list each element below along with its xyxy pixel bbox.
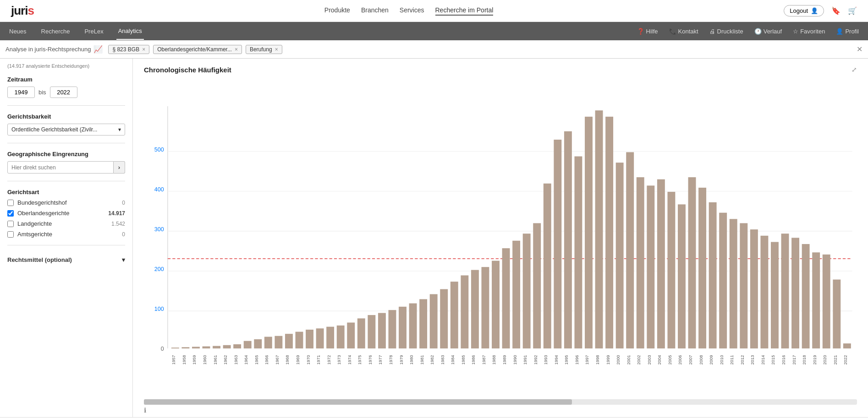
bar-1990[interactable] [512, 241, 520, 348]
bar-1997[interactable] [585, 117, 593, 348]
sec-nav-analytics[interactable]: Analytics [116, 23, 144, 40]
bar-1960[interactable] [203, 347, 210, 349]
bar-1992[interactable] [533, 223, 541, 348]
bar-1987[interactable] [481, 267, 489, 348]
bar-1971[interactable] [316, 328, 324, 348]
bar-1978[interactable] [389, 310, 396, 348]
bar-1983[interactable] [440, 289, 448, 349]
bar-1957[interactable] [171, 347, 179, 348]
bar-1973[interactable] [337, 326, 345, 348]
bar-1995[interactable] [564, 131, 572, 348]
bar-2008[interactable] [698, 188, 706, 348]
bottom-scrollbar[interactable] [144, 399, 857, 405]
rechtsmittel-header[interactable]: Rechtsmittel (optional) ▾ [7, 253, 125, 267]
bar-1966[interactable] [264, 337, 272, 349]
sec-nav-recherche[interactable]: Recherche [39, 23, 72, 39]
bar-2001[interactable] [626, 152, 634, 348]
bar-2021[interactable] [833, 280, 841, 349]
bar-1977[interactable] [378, 313, 386, 349]
remove-tag-berufung[interactable]: × [275, 46, 278, 53]
bar-2017[interactable] [791, 238, 799, 348]
bar-1975[interactable] [357, 318, 365, 348]
bookmark-icon[interactable]: 🔖 [831, 6, 841, 15]
bar-1967[interactable] [275, 336, 282, 348]
bar-2012[interactable] [740, 223, 747, 348]
nav-favoriten[interactable]: ☆ Favoriten [791, 23, 827, 39]
nav-branchen[interactable]: Branchen [361, 6, 389, 16]
bar-2010[interactable] [719, 213, 727, 348]
expand-icon[interactable]: ⤢ [852, 66, 857, 73]
checkbox-ag-input[interactable] [7, 231, 14, 238]
bar-1965[interactable] [254, 339, 262, 348]
bar-1999[interactable] [605, 117, 613, 348]
bar-1991[interactable] [523, 233, 531, 348]
bar-1976[interactable] [368, 315, 375, 348]
bar-1964[interactable] [244, 341, 252, 348]
bar-2020[interactable] [823, 255, 830, 348]
bar-1986[interactable] [471, 270, 479, 348]
bar-1968[interactable] [285, 334, 293, 348]
bar-1962[interactable] [223, 345, 231, 348]
bar-1963[interactable] [233, 344, 241, 348]
bar-1970[interactable] [306, 330, 313, 348]
bar-1980[interactable] [409, 304, 417, 349]
bar-1974[interactable] [347, 323, 355, 349]
close-all-button[interactable]: ✕ [857, 45, 863, 54]
bar-2007[interactable] [688, 177, 696, 348]
bar-1984[interactable] [450, 282, 458, 348]
bar-2016[interactable] [781, 233, 789, 348]
bar-2006[interactable] [678, 204, 686, 348]
checkbox-bgh-input[interactable] [7, 200, 14, 206]
nav-kontakt[interactable]: 📞 Kontakt [667, 23, 700, 39]
nav-services[interactable]: Services [400, 6, 424, 16]
bar-2002[interactable] [637, 177, 644, 348]
bar-2013[interactable] [750, 229, 758, 348]
bar-1972[interactable] [326, 327, 334, 348]
nav-hilfe[interactable]: ❓ Hilfe [635, 23, 660, 39]
bar-1994[interactable] [554, 140, 561, 348]
cart-icon[interactable]: 🛒 [848, 6, 857, 15]
sec-nav-prelex[interactable]: PreLex [82, 23, 105, 39]
remove-tag-bgb[interactable]: × [142, 46, 145, 53]
nav-profil[interactable]: 👤 Profil [834, 23, 861, 39]
bar-2004[interactable] [657, 179, 665, 348]
bar-2015[interactable] [771, 242, 779, 348]
bar-1982[interactable] [430, 294, 438, 349]
bar-1958[interactable] [181, 347, 189, 348]
bar-1979[interactable] [399, 307, 407, 348]
nav-produkte[interactable]: Produkte [324, 6, 350, 16]
bar-1988[interactable] [492, 261, 500, 349]
bar-1998[interactable] [595, 110, 603, 348]
remove-tag-olg[interactable]: × [235, 46, 238, 53]
scrollbar-thumb[interactable] [144, 399, 572, 405]
bar-1996[interactable] [574, 157, 582, 349]
bar-2005[interactable] [667, 192, 675, 348]
bar-1989[interactable] [502, 248, 510, 348]
checkbox-lg-input[interactable] [7, 221, 14, 227]
bar-2014[interactable] [760, 236, 768, 348]
checkbox-olg-input[interactable] [7, 210, 14, 217]
bar-1961[interactable] [213, 346, 220, 348]
geo-search-button[interactable]: › [114, 161, 125, 174]
bar-1985[interactable] [461, 275, 468, 348]
logout-button[interactable]: Logout 👤 [784, 5, 824, 16]
nav-verlauf[interactable]: 🕐 Verlauf [753, 23, 784, 39]
nav-druckliste[interactable]: 🖨 Druckliste [708, 23, 745, 39]
bar-2003[interactable] [647, 185, 654, 348]
bar-2019[interactable] [812, 252, 820, 348]
sec-nav-neues[interactable]: Neues [7, 23, 28, 39]
bar-2011[interactable] [730, 219, 737, 348]
bar-2009[interactable] [709, 202, 717, 348]
bar-1993[interactable] [544, 184, 551, 348]
bar-2000[interactable] [616, 163, 624, 348]
bar-1981[interactable] [419, 299, 427, 348]
bar-1969[interactable] [296, 332, 303, 348]
bar-2018[interactable] [802, 244, 810, 348]
bar-2022[interactable] [843, 343, 851, 348]
geo-search-input[interactable] [7, 161, 114, 174]
nav-recherche[interactable]: Recherche im Portal [435, 6, 494, 16]
zeitraum-to-input[interactable] [50, 87, 77, 98]
bar-1959[interactable] [192, 347, 200, 348]
zeitraum-from-input[interactable] [7, 87, 35, 98]
gerichtsbarkeit-dropdown[interactable]: Ordentliche Gerichtsbarkeit (Zivilr... ▾ [7, 124, 125, 136]
